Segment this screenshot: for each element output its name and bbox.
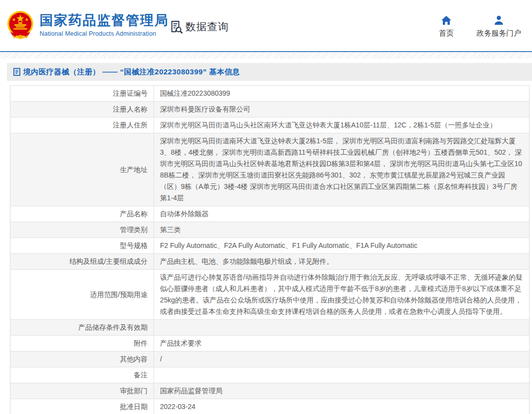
- row-label: 结构及组成/主要组成成分: [10, 254, 154, 269]
- row-value: 深圳市光明区马田街道马山头社区南环大道飞亚达钟表大厦1栋A10层-11层、12C…: [154, 118, 529, 133]
- row-value: [154, 320, 529, 335]
- row-label: 审批部门: [10, 383, 154, 399]
- document-search-icon: [170, 20, 183, 34]
- table-row: 产品储存条件及有效期: [10, 320, 529, 336]
- nav-gov-portal-label: 政务服务门户: [477, 29, 521, 38]
- row-value: 第三类: [154, 222, 529, 237]
- site-header: 国家药品监督管理局 National Medical Products Admi…: [0, 0, 532, 51]
- row-value: 国械注准20223080399: [154, 86, 529, 101]
- row-label: 注册人住所: [10, 118, 154, 133]
- brand[interactable]: 国家药品监督管理局 National Medical Products Admi…: [7, 10, 169, 39]
- row-label: 适用范围/预期用途: [10, 270, 154, 319]
- table-row: 适用范围/预期用途该产品可进行心肺复苏语音/动画指导并自动进行体外除颤治疗用于救…: [10, 270, 529, 320]
- row-label: 生产地址: [10, 133, 154, 206]
- user-icon: [493, 15, 504, 26]
- row-value: 深圳市光明区马田街道南环大道飞亚达钟表大厦2栋1-5层， 深圳市光明区马田街道富…: [154, 133, 529, 206]
- row-label: 附件: [10, 336, 154, 351]
- row-label: 注册人名称: [10, 102, 154, 117]
- site-title: 国家药品监督管理局: [40, 13, 169, 28]
- table-row: 型号规格F2 Fully Automatic、F2A Fully Automat…: [10, 238, 529, 254]
- nav-home-label: 首页: [439, 29, 454, 38]
- table-row: 结构及组成/主要组成成分产品由主机、电池、多功能除颤电极片组成，详见附件。: [10, 254, 529, 270]
- table-row: 附件产品技术要求: [10, 336, 529, 352]
- table-row: 审批部门国家药品监督管理局: [10, 383, 529, 399]
- row-value: [154, 367, 529, 383]
- row-value: 深圳市科曼医疗设备有限公司: [154, 102, 529, 117]
- table-row: 注册证编号国械注准20223080399: [10, 86, 529, 102]
- row-value: 国家药品监督管理局: [154, 383, 529, 399]
- national-emblem-logo: [7, 10, 34, 39]
- hatch-decoration: [0, 52, 532, 59]
- row-value: 该产品可进行心肺复苏语音/动画指导并自动进行体外除颤治疗用于救治无反应、无呼吸或…: [154, 270, 529, 319]
- site-subtitle: National Medical Products Administration: [40, 30, 169, 37]
- data-query-link[interactable]: 数据查询: [170, 20, 229, 34]
- home-icon: [441, 15, 452, 26]
- nav-home[interactable]: 首页: [439, 15, 454, 38]
- row-value: 2022-03-24: [154, 399, 529, 414]
- table-row: 管理类别第三类: [10, 222, 529, 238]
- row-value: 产品由主机、电池、多功能除颤电极片组成，详见附件。: [154, 254, 529, 269]
- data-query-label: 数据查询: [185, 20, 229, 34]
- row-value: 产品技术要求: [154, 336, 529, 351]
- row-value: /: [154, 352, 529, 367]
- breadcrumb-text: 境内医疗器械（注册） —— “国械注准20223080399” 基本信息: [23, 67, 240, 77]
- document-icon: [13, 68, 20, 76]
- row-label: 备注: [10, 367, 154, 383]
- info-table: 注册证编号国械注准20223080399注册人名称深圳市科曼医疗设备有限公司注册…: [10, 85, 530, 414]
- table-row: 产品名称自动体外除颤器: [10, 206, 529, 222]
- table-row: 批准日期2022-03-24: [10, 399, 529, 414]
- table-row: 注册人名称深圳市科曼医疗设备有限公司: [10, 102, 529, 118]
- breadcrumb: 境内医疗器械（注册） —— “国械注准20223080399” 基本信息: [7, 63, 532, 81]
- table-row: 生产地址深圳市光明区马田街道南环大道飞亚达钟表大厦2栋1-5层， 深圳市光明区马…: [10, 133, 529, 206]
- row-label: 其他内容: [10, 352, 154, 367]
- row-label: 注册证编号: [10, 86, 154, 101]
- row-label: 产品名称: [10, 206, 154, 222]
- row-label: 管理类别: [10, 222, 154, 237]
- table-row: 其他内容/: [10, 352, 529, 367]
- top-nav: 首页 政务服务门户: [439, 15, 521, 38]
- row-label: 批准日期: [10, 399, 154, 414]
- row-label: 型号规格: [10, 238, 154, 253]
- row-value: F2 Fully Automatic、F2A Fully Automatic、F…: [154, 238, 529, 253]
- table-row: 备注: [10, 367, 529, 383]
- table-row: 注册人住所深圳市光明区马田街道马山头社区南环大道飞亚达钟表大厦1栋A10层-11…: [10, 118, 529, 133]
- row-value: 自动体外除颤器: [154, 206, 529, 222]
- row-label: 产品储存条件及有效期: [10, 320, 154, 335]
- nav-gov-portal[interactable]: 政务服务门户: [477, 15, 521, 38]
